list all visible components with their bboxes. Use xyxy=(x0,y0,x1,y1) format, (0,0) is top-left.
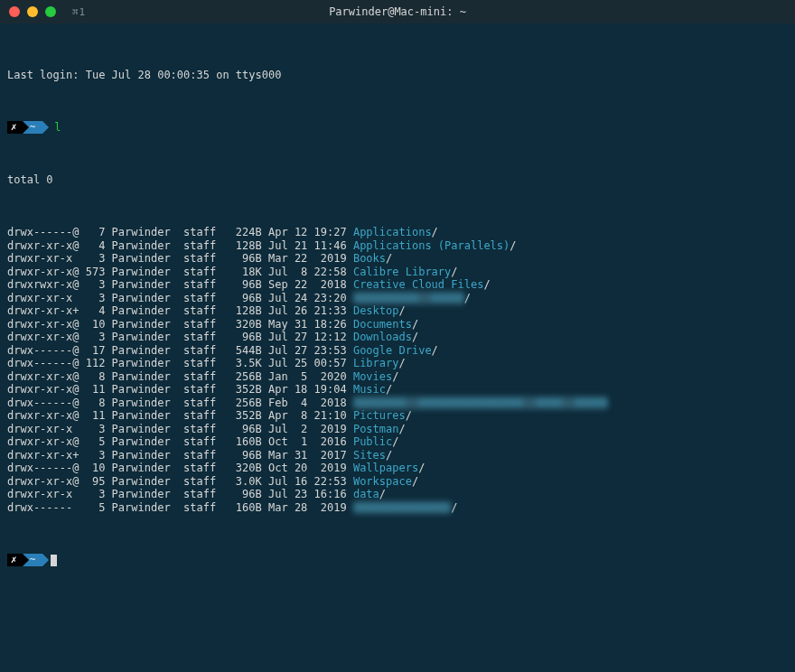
row-suffix: / xyxy=(432,226,438,238)
list-row: drwx------ 5 Parwinder staff 160B Mar 28… xyxy=(7,501,788,515)
row-name: Movies xyxy=(353,370,392,383)
row-suffix: / xyxy=(432,344,438,357)
row-suffix: / xyxy=(392,370,398,383)
row-meta: drwxr-xr-x@ 8 Parwinder staff 256B Jan 5… xyxy=(7,370,353,383)
row-meta: drwxr-xr-x@ 573 Parwinder staff 18K Jul … xyxy=(7,266,353,278)
list-row: drwxr-xr-x@ 3 Parwinder staff 96B Jul 27… xyxy=(7,331,788,344)
row-meta: drwxr-xr-x@ 3 Parwinder staff 96B Jul 27… xyxy=(7,331,353,343)
prompt-chevron-icon xyxy=(23,121,29,134)
prompt-chevron-icon xyxy=(42,554,49,566)
row-meta: drwx------@ 7 Parwinder staff 224B Apr 1… xyxy=(7,226,353,238)
list-row: drwx------@ 17 Parwinder staff 544B Jul … xyxy=(7,344,788,358)
row-meta: drwxr-xr-x+ 3 Parwinder staff 96B Mar 31… xyxy=(7,449,353,462)
list-row: drwxr-xr-x@ 95 Parwinder staff 3.0K Jul … xyxy=(7,475,788,489)
row-suffix: / xyxy=(398,304,405,317)
row-suffix: / xyxy=(412,331,418,343)
row-meta: drwxr-xr-x@ 11 Parwinder staff 352B Apr … xyxy=(7,409,353,422)
list-row: drwxr-xr-x@ 10 Parwinder staff 320B May … xyxy=(7,318,788,331)
list-row: drwxr-xr-x@ 4 Parwinder staff 128B Jul 2… xyxy=(7,239,788,253)
row-suffix: / xyxy=(412,475,418,488)
list-row: drwx------@ 112 Parwinder staff 3.5K Jul… xyxy=(7,357,788,370)
row-suffix: / xyxy=(418,462,425,474)
row-suffix: / xyxy=(412,318,418,331)
row-name: Calibre Library xyxy=(353,266,451,278)
row-name: Pictures xyxy=(353,409,406,422)
list-row: drwxr-xr-x 3 Parwinder staff 96B Jul 24 … xyxy=(7,292,788,305)
row-meta: drwxr-xr-x 3 Parwinder staff 96B Jul 2 2… xyxy=(7,423,353,435)
row-meta: drwxr-xr-x@ 11 Parwinder staff 352B Apr … xyxy=(7,383,353,396)
last-login-line: Last login: Tue Jul 28 00:00:35 on ttys0… xyxy=(7,69,788,82)
list-row: drwxr-xr-x 3 Parwinder staff 96B Mar 22 … xyxy=(7,252,788,266)
row-suffix: / xyxy=(392,435,398,448)
row-meta: drwx------@ 8 Parwinder staff 256B Feb 4… xyxy=(7,397,353,409)
command-text: l xyxy=(54,121,61,135)
row-suffix: / xyxy=(398,357,405,369)
row-name: data xyxy=(353,488,379,500)
row-name: Music xyxy=(353,383,386,396)
prompt-status-segment: ✗ xyxy=(7,554,23,566)
row-meta: drwx------ 5 Parwinder staff 160B Mar 28… xyxy=(7,501,353,514)
row-name: Sites xyxy=(353,449,386,462)
row-meta: drwxrwxr-x@ 3 Parwinder staff 96B Sep 22… xyxy=(7,278,353,291)
row-name: Postman xyxy=(353,423,399,435)
list-row: drwxr-xr-x 3 Parwinder staff 96B Jul 23 … xyxy=(7,488,788,501)
row-suffix: / xyxy=(510,239,516,252)
list-row: drwxr-xr-x@ 8 Parwinder staff 256B Jan 5… xyxy=(7,370,788,384)
row-name: Workspace xyxy=(353,475,412,488)
terminal-viewport[interactable]: Last login: Tue Jul 28 00:00:35 on ttys0… xyxy=(0,23,795,601)
prompt-status-segment: ✗ xyxy=(7,121,23,134)
row-name: Downloads xyxy=(353,331,412,343)
total-line: total 0 xyxy=(7,173,788,187)
row-suffix: / xyxy=(483,278,490,291)
prompt-line[interactable]: ✗ ~ xyxy=(7,554,788,567)
row-name: Books xyxy=(353,252,386,265)
row-name: Applications (Parallels) xyxy=(353,239,510,252)
row-name: Desktop xyxy=(353,304,399,317)
list-row: drwx------@ 10 Parwinder staff 320B Oct … xyxy=(7,462,788,475)
row-name: Library xyxy=(353,357,399,369)
row-name: XXXXXXXX XXXXXXXXXXXXXXXX XXXX XXXXX xyxy=(353,397,608,410)
list-row: drwxr-xr-x+ 3 Parwinder staff 96B Mar 31… xyxy=(7,449,788,462)
row-meta: drwxr-xr-x@ 4 Parwinder staff 128B Jul 2… xyxy=(7,239,353,252)
prompt-line: ✗ ~ l xyxy=(7,121,788,135)
prompt-chevron-icon xyxy=(23,554,29,566)
row-suffix: / xyxy=(386,252,392,265)
list-row: drwxr-xr-x@ 11 Parwinder staff 352B Apr … xyxy=(7,383,788,397)
directory-listing: drwx------@ 7 Parwinder staff 224B Apr 1… xyxy=(7,226,788,514)
cursor xyxy=(51,555,57,566)
row-name: Applications xyxy=(353,226,432,238)
row-suffix: / xyxy=(406,409,412,422)
row-meta: drwxr-xr-x@ 95 Parwinder staff 3.0K Jul … xyxy=(7,475,353,488)
row-name: Documents xyxy=(353,318,412,331)
row-meta: drwxr-xr-x@ 5 Parwinder staff 160B Oct 1… xyxy=(7,435,353,448)
list-row: drwxr-xr-x@ 11 Parwinder staff 352B Apr … xyxy=(7,409,788,423)
row-meta: drwx------@ 10 Parwinder staff 320B Oct … xyxy=(7,462,353,474)
titlebar[interactable]: ⌘1 Parwinder@Mac-mini: ~ xyxy=(0,0,795,23)
list-row: drwx------@ 8 Parwinder staff 256B Feb 4… xyxy=(7,397,788,410)
list-row: drwxr-xr-x+ 4 Parwinder staff 128B Jul 2… xyxy=(7,304,788,318)
list-row: drwx------@ 7 Parwinder staff 224B Apr 1… xyxy=(7,226,788,239)
row-meta: drwxr-xr-x+ 4 Parwinder staff 128B Jul 2… xyxy=(7,304,353,317)
row-name: Public xyxy=(353,435,392,448)
row-suffix: / xyxy=(379,488,386,500)
row-name: Google Drive xyxy=(353,344,432,357)
row-suffix: / xyxy=(451,266,457,278)
row-meta: drwxr-xr-x 3 Parwinder staff 96B Mar 22 … xyxy=(7,252,353,265)
list-row: drwxr-xr-x@ 573 Parwinder staff 18K Jul … xyxy=(7,266,788,279)
row-meta: drwxr-xr-x@ 10 Parwinder staff 320B May … xyxy=(7,318,353,331)
row-suffix: / xyxy=(451,501,457,514)
prompt-chevron-icon xyxy=(42,121,49,134)
row-name: XXXXXXXXXXXXXXX xyxy=(353,501,451,515)
window-title: Parwinder@Mac-mini: ~ xyxy=(0,5,795,18)
list-row: drwxrwxr-x@ 3 Parwinder staff 96B Sep 22… xyxy=(7,278,788,292)
row-name: Creative Cloud Files xyxy=(353,278,484,291)
row-meta: drwx------@ 112 Parwinder staff 3.5K Jul… xyxy=(7,357,353,369)
row-name: Wallpapers xyxy=(353,462,418,474)
list-row: drwxr-xr-x 3 Parwinder staff 96B Jul 2 2… xyxy=(7,423,788,436)
row-meta: drwx------@ 17 Parwinder staff 544B Jul … xyxy=(7,344,353,357)
row-suffix: / xyxy=(386,449,392,462)
row-meta: drwxr-xr-x 3 Parwinder staff 96B Jul 24 … xyxy=(7,292,353,304)
row-suffix: / xyxy=(398,423,405,435)
row-meta: drwxr-xr-x 3 Parwinder staff 96B Jul 23 … xyxy=(7,488,353,500)
row-name: XXXXXXXXXX XXXXX xyxy=(353,292,464,305)
